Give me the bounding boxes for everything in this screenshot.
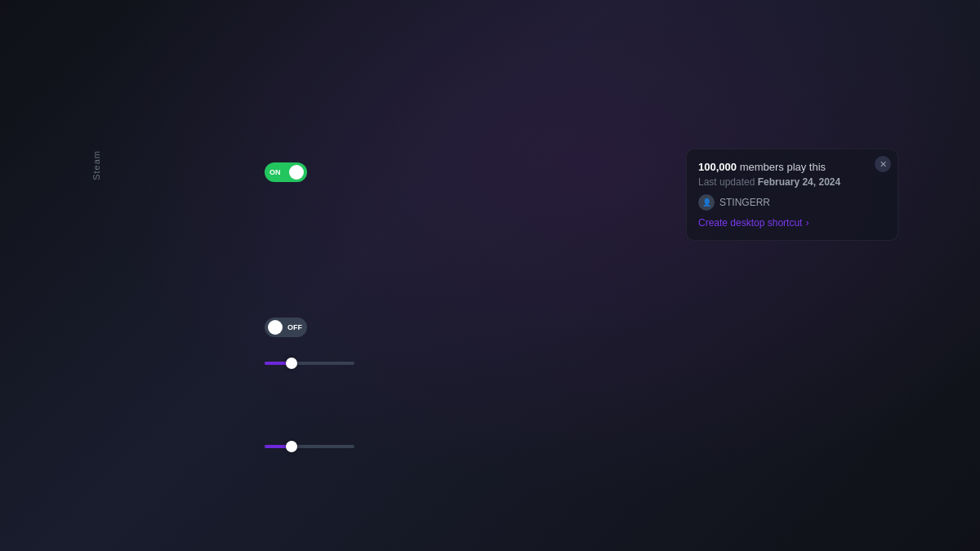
author-name: STINGERR [719,197,770,208]
author-avatar: 👤 [698,194,715,211]
last-updated: Last updated February 24, 2024 [698,176,886,188]
set-speed-slider-thumb[interactable] [286,441,297,452]
set-speed-slider-track[interactable] [265,445,354,448]
platform-label: Steam [91,150,101,180]
unlimited-health-toggle[interactable]: ON [265,162,307,182]
toggle-off-label: OFF [287,323,302,331]
desktop-shortcut-link[interactable]: Create desktop shortcut › [698,217,886,229]
author-area: 👤 STINGERR [698,194,886,211]
members-count: 100,000 members play this [698,161,886,173]
members-text: members play this [740,161,826,173]
app-window: W 🔍 Home My games Explore Creators W WeM… [0,0,980,551]
set-gold-slider-thumb[interactable] [286,358,297,369]
shortcut-arrow: › [805,217,808,229]
close-info-button[interactable]: ✕ [875,156,891,172]
toggle-knob [289,165,304,180]
toggle-knob-gold [268,320,283,335]
bg-game-art [0,0,980,551]
info-card: ✕ 100,000 members play this Last updated… [686,149,898,241]
set-gold-slider-track[interactable] [265,362,354,365]
toggle-on-label: ON [270,168,281,176]
unlimited-gold-toggle[interactable]: OFF [265,318,307,337]
